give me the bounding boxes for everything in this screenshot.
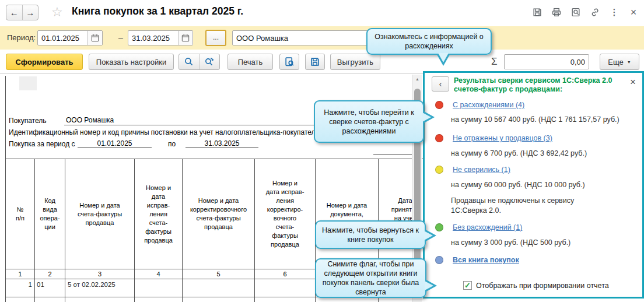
col-num: 6 [255, 269, 315, 279]
calendar-icon[interactable] [88, 31, 102, 45]
window-actions: ⋮ × [531, 6, 639, 18]
save-icon[interactable] [531, 6, 543, 18]
col-num: 4 [135, 269, 182, 279]
tooltip-arrow-down [436, 54, 450, 66]
col-num: 2 [35, 269, 65, 279]
tooltip-arrow-right [425, 279, 437, 292]
show-on-generate-checkbox[interactable]: ✓ [463, 281, 472, 290]
form-line [373, 154, 412, 154]
show-on-generate-row: ✓ Отображать при формировании отчета [463, 281, 609, 290]
tooltip-review-discrepancies: Ознакомьтесь с информацией о расхождения… [366, 28, 492, 55]
panel-title: Результаты сверки сервисом 1С:Сверка 2.0… [454, 76, 620, 94]
show-settings-button[interactable]: Показать настройки [89, 54, 174, 70]
tooltip-text: Снимите флаг, чтобы при следующем открыт… [321, 259, 421, 297]
col-num: 3 [65, 269, 134, 279]
export-button[interactable]: Выгрузить [330, 54, 380, 70]
app-window: ← → ☆ Книга покупок за 1 квартал 2025 г.… [0, 0, 644, 302]
purchase-period-to: 31.03.2025 [186, 139, 258, 148]
whole-book-link[interactable]: Вся книга покупок [453, 256, 519, 264]
red-status-dot [435, 101, 443, 109]
col-header-adjustment: Номер и дата корректировочного счета-фак… [183, 159, 254, 269]
panel-item-whole-book: Вся книга покупок [435, 255, 519, 265]
period-from-input[interactable] [38, 31, 88, 45]
more-menu-icon[interactable]: ⋮ [608, 6, 620, 18]
not-reflected-link[interactable]: Не отражены у продавцов (3) [453, 134, 552, 142]
col-num: 1 [6, 269, 34, 279]
tooltip-return-to-book: Нажмите, чтобы вернуться к книге покупок [315, 220, 426, 249]
tooltip-text: Нажмите, чтобы перейти к сверке счетов-ф… [320, 108, 418, 136]
sum-field[interactable] [504, 54, 589, 69]
no-discrepancies-sum: на сумму 3 000 руб. (НДС 500 руб.) [451, 238, 570, 247]
date-underline [186, 148, 258, 148]
purchase-period-prefix: Покупка за период с [9, 140, 75, 148]
history-nav: ← → [6, 5, 38, 20]
more-label: Еще [608, 58, 623, 66]
period-to-input[interactable] [128, 31, 178, 45]
scroll-up-icon[interactable]: ▲ [412, 75, 422, 84]
tooltip-text: Ознакомьтесь с информацией о расхождения… [372, 32, 486, 51]
col-header-op-code: Код вида опера- ции [35, 159, 65, 269]
cell-op-code[interactable]: 01 [35, 279, 65, 296]
tooltip-arrow-right [423, 111, 435, 124]
more-button[interactable]: Еще ▼ [600, 54, 639, 70]
buyer-label: Покупатель [9, 117, 46, 125]
generate-button[interactable]: Сформировать [6, 54, 83, 70]
panel-item-no-discrepancies: Без расхождений (1) [435, 223, 522, 232]
red-status-dot [435, 134, 443, 142]
not-verified-note: Продавцы не подключены к сервису 1С:Свер… [451, 196, 582, 216]
sheet-corner-cell [19, 76, 37, 90]
no-discrepancies-link[interactable]: Без расхождений (1) [453, 223, 522, 231]
print-preview-button[interactable] [279, 54, 299, 70]
panel-item-not-reflected: Не отражены у продавцов (3) [435, 134, 552, 143]
search-icon[interactable] [179, 54, 199, 69]
not-verified-link[interactable]: Не сверились (1) [453, 166, 510, 174]
period-label: Период: [7, 26, 36, 50]
sum-sigma-icon: Σ [491, 56, 498, 68]
window-close-icon[interactable]: × [628, 6, 639, 18]
col-num: 5 [183, 269, 254, 279]
calendar-icon[interactable] [178, 31, 192, 45]
period-dash: – [118, 30, 123, 45]
col-header-adj-correction: Номер и дата исправ- ления корректиро- в… [255, 159, 315, 269]
link-icon[interactable] [589, 6, 601, 18]
purchase-period-po: по [168, 140, 176, 148]
cell-invoice[interactable]: 5 от 02.02.2025 [65, 279, 134, 296]
panel-item-not-verified: Не сверились (1) [435, 165, 510, 174]
print-button[interactable]: Печать [228, 54, 273, 70]
show-on-generate-label: Отображать при формировании отчета [476, 282, 609, 290]
search-next-icon[interactable] [199, 54, 219, 69]
panel-item-discrepancies: С расхождениями (4) [435, 100, 524, 110]
col-header-npp: № п/п [6, 159, 34, 269]
back-arrow-icon: ← [10, 8, 19, 17]
organization-input[interactable] [232, 30, 370, 45]
tooltip-go-to-reconciliation: Нажмите, чтобы перейти к сверке счетов-ф… [314, 100, 424, 143]
panel-close-icon[interactable]: × [630, 76, 636, 88]
preview-icon[interactable] [570, 6, 582, 18]
date-underline [78, 148, 152, 148]
green-status-dot [435, 223, 443, 231]
reconciliation-panel: ‹ × Результаты сверки сервисом 1С:Сверка… [423, 71, 644, 299]
discrepancies-sum: на сумму 10 567 400 руб. (НДС 1 761 157,… [451, 115, 620, 124]
not-verified-sum: на сумму 60 000 руб. (НДС 10 000 руб.) [451, 181, 585, 189]
favorite-star-icon[interactable]: ☆ [51, 5, 63, 20]
buyer-value: ООО Ромашка [66, 116, 114, 124]
cell-row-number[interactable]: 1 [6, 279, 34, 296]
print-icon[interactable] [551, 6, 562, 18]
col-header-invoice: Номер и дата счета-фактуры продавца [65, 159, 134, 269]
period-options-button[interactable]: ... [205, 30, 226, 46]
tooltip-uncheck-flag: Снимите флаг, чтобы при следующем открыт… [315, 258, 426, 298]
col-header-payment-doc: Номер и дата документа, подтвержда- [316, 159, 378, 269]
save-report-button[interactable] [305, 54, 325, 70]
search-group [178, 54, 220, 70]
forward-arrow-icon: → [26, 8, 34, 17]
back-button[interactable]: ← [6, 5, 22, 20]
col-header-correction: Номер и дата исправ- ления счета- фактур… [135, 159, 182, 269]
panel-collapse-button[interactable]: ‹ [432, 76, 449, 92]
tooltip-arrow-right [425, 229, 436, 242]
taxpayer-id-line: Идентификационный номер и код причины по… [9, 128, 319, 136]
caret-down-icon: ▼ [627, 60, 631, 64]
not-reflected-sum: на сумму 6 700 руб. (НДС 3 692,42 руб.) [451, 149, 587, 157]
discrepancies-link[interactable]: С расхождениями (4) [453, 101, 524, 109]
tooltip-text: Нажмите, чтобы вернуться к книге покупок [321, 226, 420, 244]
forward-button[interactable]: → [22, 5, 38, 20]
